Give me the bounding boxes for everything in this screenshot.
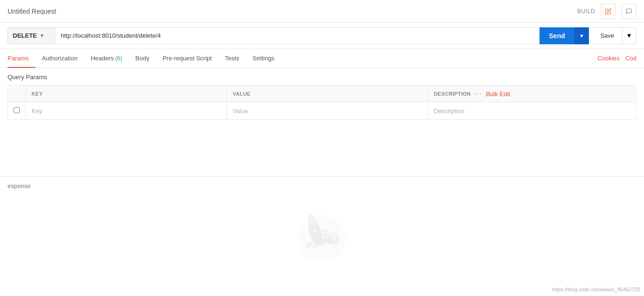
code-link[interactable]: Cod — [625, 55, 636, 62]
tabs-right: Cookies Cod — [597, 55, 636, 62]
row-checkbox-cell — [8, 102, 26, 120]
row-description-cell[interactable]: Description — [428, 102, 636, 120]
tab-body[interactable]: Body — [129, 49, 156, 68]
chevron-down-icon: ▼ — [40, 33, 44, 38]
cookies-link[interactable]: Cookies — [597, 55, 620, 62]
rocket-illustration-area — [8, 194, 636, 270]
method-value: DELETE — [13, 32, 37, 39]
svg-rect-10 — [319, 237, 331, 244]
tab-body-label: Body — [136, 55, 150, 62]
svg-point-5 — [312, 228, 318, 234]
key-placeholder: Key — [32, 107, 42, 115]
col-description: DESCRIPTION ··· Bulk Edit — [428, 86, 636, 102]
send-group: Send ▼ — [539, 27, 589, 44]
row-checkbox[interactable] — [14, 107, 20, 113]
edit-icon — [605, 8, 612, 15]
svg-point-8 — [331, 235, 337, 240]
svg-rect-14 — [326, 235, 329, 238]
tab-pre-request[interactable]: Pre-request Script — [156, 49, 218, 68]
chevron-down-icon: ▼ — [626, 32, 632, 39]
method-select[interactable]: DELETE ▼ — [8, 27, 55, 44]
comment-button[interactable] — [621, 4, 636, 19]
more-options-button[interactable]: ··· — [475, 90, 482, 98]
params-table: KEY VALUE DESCRIPTION ··· Bulk Edit Key — [8, 85, 636, 120]
edit-button[interactable] — [601, 4, 616, 19]
svg-rect-13 — [322, 235, 325, 238]
svg-rect-12 — [326, 231, 329, 234]
tabs-left: Params Authorization Headers (6) Body Pr… — [8, 49, 281, 68]
bulk-edit-button[interactable]: Bulk Edit — [486, 90, 510, 98]
send-dropdown-button[interactable]: ▼ — [574, 27, 589, 44]
tab-headers-label: Headers — [91, 55, 114, 62]
tab-tests[interactable]: Tests — [218, 49, 246, 68]
top-bar: Untitled Request BUILD — [0, 0, 644, 23]
request-title: Untitled Request — [8, 8, 56, 15]
query-params-title: Query Params — [8, 74, 636, 81]
col-key: KEY — [26, 86, 227, 102]
svg-rect-11 — [322, 231, 325, 234]
url-bar: DELETE ▼ Send ▼ Save ▼ — [0, 23, 644, 49]
description-header-label: DESCRIPTION — [434, 91, 470, 97]
response-label: esponse — [8, 182, 31, 189]
response-section: esponse — [0, 177, 644, 275]
tab-params[interactable]: Params — [8, 49, 35, 68]
save-button[interactable]: Save — [593, 27, 622, 44]
tab-settings[interactable]: Settings — [246, 49, 281, 68]
row-value-cell[interactable]: Value — [227, 102, 428, 120]
top-bar-actions: BUILD — [577, 4, 636, 19]
save-dropdown-button[interactable]: ▼ — [622, 27, 636, 44]
tab-pre-request-label: Pre-request Script — [162, 55, 212, 62]
rocket-illustration — [284, 204, 360, 260]
comment-icon — [626, 8, 632, 15]
content-area: Query Params KEY VALUE DESCRIPTION ··· B… — [0, 68, 644, 120]
tab-settings-label: Settings — [252, 55, 274, 62]
description-placeholder: Description — [434, 107, 464, 115]
tab-headers[interactable]: Headers (6) — [84, 49, 129, 68]
tab-params-label: Params — [8, 55, 29, 62]
build-label: BUILD — [577, 8, 595, 15]
svg-point-6 — [313, 242, 317, 250]
row-key-cell[interactable]: Key — [26, 102, 227, 120]
response-title: esponse — [8, 182, 636, 189]
tab-tests-label: Tests — [225, 55, 239, 62]
chevron-down-icon: ▼ — [579, 33, 584, 39]
tab-authorization-label: Authorization — [42, 55, 78, 62]
table-row: Key Value Description — [8, 102, 636, 120]
tab-authorization[interactable]: Authorization — [35, 49, 84, 68]
col-checkbox — [8, 86, 26, 102]
url-input[interactable] — [55, 27, 539, 44]
value-placeholder: Value — [233, 107, 248, 115]
headers-badge: (6) — [115, 55, 122, 62]
col-value: VALUE — [227, 86, 428, 102]
send-button[interactable]: Send — [539, 27, 574, 44]
tabs-bar: Params Authorization Headers (6) Body Pr… — [0, 49, 644, 68]
